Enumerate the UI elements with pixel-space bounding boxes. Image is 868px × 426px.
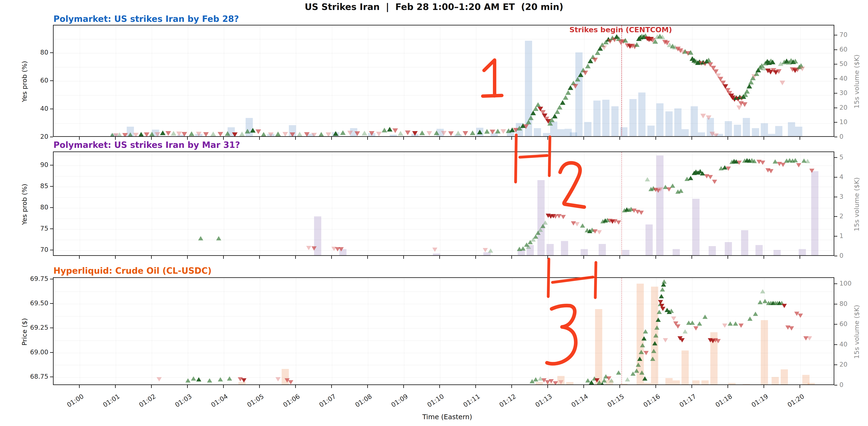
trade-down-marker [405,131,410,135]
volume-bar [673,380,680,385]
gridline-vertical [692,278,692,385]
trade-down-marker [290,132,295,137]
trade-down-marker [776,69,781,74]
trade-up-marker [149,132,155,136]
x-tick-mark [79,137,80,140]
trade-down-marker [218,132,223,137]
trade-down-marker [306,246,311,250]
x-tick-mark [512,385,512,388]
trade-up-marker [659,294,664,298]
volume-bar [734,125,741,137]
x-tick-mark [259,256,260,259]
volume-bar [725,242,732,256]
trade-down-marker [807,336,812,341]
trade-up-marker [600,382,605,385]
volume-bar [534,128,541,137]
x-tick-mark [583,256,584,259]
trade-up-marker [211,132,216,136]
trade-up-marker [650,357,655,361]
volume-bar [638,92,646,137]
trade-up-marker [434,131,439,135]
trade-up-marker [533,377,538,381]
y-tick-mark [50,80,53,81]
x-tick-label: 01:08 [342,393,373,416]
trade-up-marker [589,380,594,385]
trade-down-marker [716,339,721,343]
gridline-horizontal [54,208,834,208]
y-tick-label: 69.75 [17,275,48,282]
x-tick-label: 01:01 [90,393,121,416]
x-tick-label: 01:20 [775,393,805,416]
trade-up-marker [747,316,752,321]
trade-down-marker [326,132,331,137]
trade-down-marker [561,215,566,219]
x-tick-mark [403,137,404,140]
y-tick-mark [50,137,53,137]
volume-bar [682,129,689,137]
volume-bar [795,127,802,137]
trade-up-marker [218,377,223,381]
gridline-horizontal [54,279,834,280]
x-tick-mark [475,137,476,140]
y-tick-mark [50,207,53,208]
y-tick-label: 68.75 [17,373,48,380]
trade-down-marker [144,132,149,137]
x-tick-mark [655,256,656,259]
trade-up-marker [678,189,683,193]
gridline-vertical [260,278,260,385]
trade-down-marker [133,133,138,137]
trade-up-marker [488,249,493,253]
y-tick-label: 85 [17,182,48,190]
trade-down-marker [616,221,621,225]
trade-up-marker [643,329,648,334]
trade-up-marker [535,102,541,107]
x-tick-mark [583,137,584,140]
trade-down-marker [601,46,607,50]
trade-up-marker [362,131,367,135]
trade-up-marker [793,158,798,162]
volume-bar [682,350,689,385]
trade-down-marker [737,161,742,165]
y2-tick-mark [834,79,837,79]
trade-down-marker [706,115,711,120]
x-tick-mark [79,256,80,259]
y2-tick-label: 20 [839,104,868,111]
volume-bar [581,249,588,256]
trade-up-marker [420,131,425,135]
x-tick-mark [583,385,584,388]
panel1-title: Polymarket: US strikes Iran by Feb 28? [53,14,239,24]
gridline-horizontal [54,81,834,82]
trade-down-marker [483,248,488,252]
trade-up-marker [552,114,558,118]
trade-up-marker [530,111,536,115]
trade-down-marker [441,131,446,136]
y2-tick-label: 0 [839,252,868,259]
trade-down-marker [712,180,717,184]
trade-up-marker [575,77,581,82]
x-tick-mark [367,137,368,140]
trade-up-marker [656,318,661,322]
x-tick-mark [475,256,476,259]
volume-bar [484,252,491,256]
trade-down-marker [176,132,182,136]
gridline-vertical [368,25,368,136]
x-tick-label: 01:15 [595,393,625,416]
gridline-vertical [224,25,224,136]
trade-up-marker [580,223,585,228]
trade-up-marker [770,60,775,64]
trade-down-marker [663,338,668,342]
y-tick-label: 75 [17,225,48,232]
x-tick-mark [259,385,260,388]
trade-up-marker [625,377,630,381]
trade-up-marker [634,369,639,373]
gridline-vertical [512,25,513,136]
trade-up-marker [526,245,531,249]
volume-bar [788,122,795,137]
volume-bar [593,101,600,137]
trade-up-marker [216,236,221,240]
gridline-vertical [728,278,728,385]
volume-bar [561,241,568,256]
gridline-vertical [152,25,152,136]
x-tick-mark [547,137,548,140]
volume-bar [673,249,680,256]
